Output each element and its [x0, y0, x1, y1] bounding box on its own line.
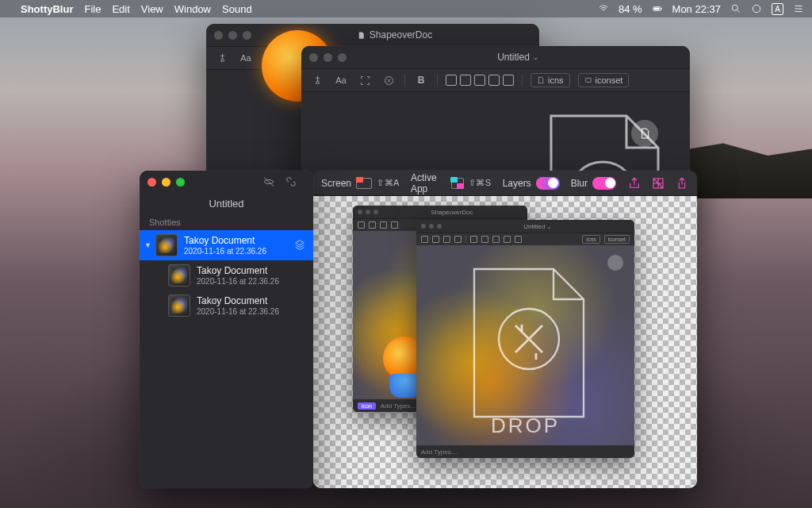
capture-active-app-button[interactable]: Active App ⇧⌘S [411, 172, 492, 194]
sidebar-section-label: Shotties [140, 217, 313, 230]
window-controls[interactable] [147, 178, 185, 187]
text-icon[interactable]: Aa [333, 73, 349, 87]
share-icon[interactable] [675, 176, 689, 190]
blur-toggle[interactable]: Blur [571, 177, 616, 190]
clock[interactable]: Mon 22:37 [672, 3, 721, 15]
link-icon[interactable] [285, 175, 297, 188]
pin-icon[interactable] [309, 73, 325, 87]
capture-screen-button[interactable]: Screen ⇧⌘A [321, 178, 400, 189]
input-source-icon[interactable]: A [772, 3, 783, 15]
pin-icon[interactable] [214, 51, 230, 65]
sidebar-window[interactable]: Untitled Shotties ▼ Takoy Document2020-1… [140, 171, 313, 488]
document-badge-icon [607, 255, 623, 271]
wifi-icon[interactable] [598, 3, 609, 14]
preview-canvas: ShapeoverDoc iconAdd Types… Untitled ⌵ i… [313, 196, 697, 488]
battery-icon [652, 3, 663, 14]
svg-point-4 [753, 5, 760, 12]
layers-icon[interactable] [294, 239, 305, 252]
list-item[interactable]: Takoy Document2020-11-16 at 22.36.26 [140, 260, 313, 291]
menu-window[interactable]: Window [174, 3, 211, 15]
size-presets[interactable] [446, 75, 514, 86]
siri-icon[interactable] [751, 3, 762, 14]
bold-icon[interactable]: B [413, 73, 429, 87]
app-menu[interactable]: ShottyBlur [21, 3, 73, 15]
export-icon[interactable] [627, 176, 642, 190]
menu-sound[interactable]: Sound [222, 3, 252, 15]
disclosure-icon[interactable]: ▼ [144, 241, 151, 249]
sidebar-title: Untitled [140, 193, 313, 217]
window-title: Untitled⌵ [353, 52, 682, 63]
drop-target-icon [460, 260, 595, 426]
thumbnail [168, 264, 190, 287]
export-icns-button[interactable]: icns [530, 73, 570, 87]
menu-edit[interactable]: Edit [112, 3, 129, 15]
menu-view[interactable]: View [141, 3, 163, 15]
export-iconset-button[interactable]: iconset [578, 73, 630, 87]
text-icon[interactable]: Aa [238, 51, 254, 65]
notification-center-icon[interactable] [793, 3, 804, 14]
spotlight-icon[interactable] [730, 3, 741, 14]
list-item[interactable]: ▼ Takoy Document2020-11-16 at 22.36.26 [140, 230, 313, 260]
visibility-icon[interactable] [262, 175, 275, 188]
menubar: ShottyBlur File Edit View Window Sound 8… [0, 0, 812, 17]
drop-label: DROP [416, 414, 634, 438]
thumbnail [168, 294, 190, 317]
svg-rect-1 [661, 8, 661, 10]
tag-badge: icon [358, 402, 376, 410]
svg-rect-7 [585, 79, 591, 83]
battery-status[interactable]: 84 % [619, 3, 642, 15]
capture-window[interactable]: Screen ⇧⌘A Active App ⇧⌘S Layers Blur Sh… [313, 171, 697, 488]
layers-toggle[interactable]: Layers [503, 177, 560, 190]
focus-icon[interactable] [357, 73, 373, 87]
preview-window-front: Untitled ⌵ icns iconset [416, 220, 634, 458]
svg-point-3 [732, 5, 737, 10]
transparency-icon[interactable] [651, 176, 665, 190]
close-circle-icon[interactable] [381, 73, 396, 87]
svg-rect-2 [653, 8, 659, 10]
thumbnail [155, 234, 178, 256]
list-item[interactable]: Takoy Document2020-11-16 at 22.36.26 [140, 291, 313, 321]
menu-file[interactable]: File [84, 3, 101, 15]
